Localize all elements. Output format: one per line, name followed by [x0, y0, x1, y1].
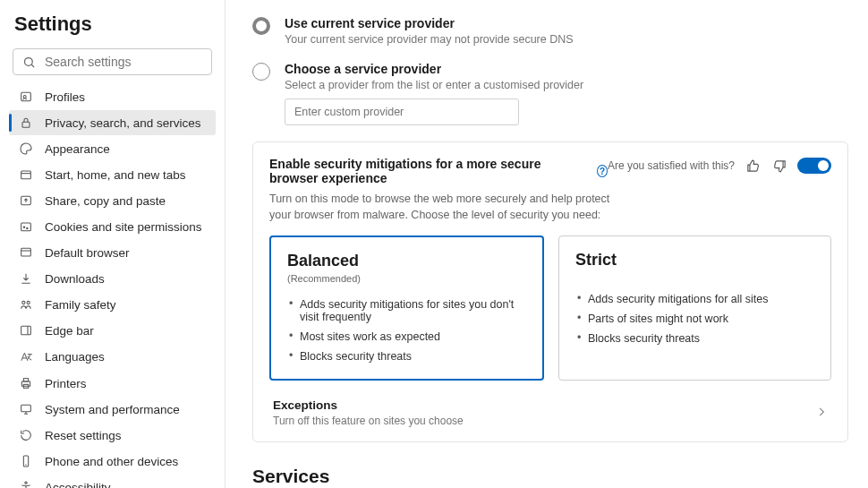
svg-rect-15 — [23, 379, 28, 381]
sidebar-item-start[interactable]: Start, home, and new tabs — [9, 162, 216, 187]
sidebar-nav: Profiles Privacy, search, and services A… — [9, 84, 216, 488]
svg-point-19 — [25, 482, 27, 484]
sidebar-item-label: Accessibility — [45, 481, 111, 489]
exceptions-desc: Turn off this feature on sites you choos… — [273, 415, 464, 427]
dns-opt1-desc: Your current service provider may not pr… — [285, 33, 848, 46]
svg-point-12 — [27, 301, 30, 304]
sidebar-item-label: Default browser — [45, 246, 130, 260]
balanced-bullet: Most sites work as expected — [287, 327, 526, 347]
strict-bullet: Adds security mitigations for all sites — [575, 289, 814, 309]
chevron-right-icon — [815, 406, 828, 421]
sidebar-item-label: Privacy, search, and services — [45, 116, 201, 130]
security-mitigations-card: Are you satisfied with this? Enable secu… — [252, 141, 848, 442]
download-icon — [18, 271, 34, 286]
sidebar-item-edge-bar[interactable]: Edge bar — [9, 318, 216, 343]
mode-balanced-card[interactable]: Balanced (Recommended) Adds security mit… — [269, 235, 544, 381]
settings-sidebar: Settings Profiles Privacy, search, and s… — [0, 0, 226, 488]
phone-icon — [18, 454, 34, 468]
settings-title: Settings — [14, 13, 216, 36]
exceptions-title: Exceptions — [273, 398, 464, 412]
svg-line-1 — [31, 64, 34, 67]
svg-rect-17 — [21, 405, 31, 411]
svg-rect-14 — [21, 381, 30, 386]
svg-rect-13 — [21, 326, 31, 334]
sidebar-item-label: Downloads — [45, 272, 105, 286]
sidebar-item-label: Languages — [45, 350, 105, 364]
sidebar-item-label: Edge bar — [45, 324, 94, 338]
balanced-bullet: Blocks security threats — [287, 347, 526, 366]
thumbs-down-button[interactable] — [770, 157, 788, 175]
dns-opt2-title: Choose a service provider — [285, 62, 848, 76]
mitigations-title: Enable security mitigations for a more s… — [269, 157, 608, 185]
thumbs-up-button[interactable] — [744, 157, 762, 175]
sidebar-item-appearance[interactable]: Appearance — [9, 136, 216, 161]
exceptions-row[interactable]: Exceptions Turn off this feature on site… — [269, 386, 831, 434]
browser-icon — [18, 245, 34, 260]
info-icon[interactable]: ? — [597, 165, 608, 177]
settings-main: Use current service provider Your curren… — [226, 0, 868, 488]
reset-icon — [18, 428, 34, 442]
feedback-row: Are you satisfied with this? — [608, 157, 831, 175]
edgebar-icon — [18, 323, 34, 338]
dns-option-current[interactable]: Use current service provider Your curren… — [252, 16, 848, 46]
dns-opt1-title: Use current service provider — [285, 16, 848, 30]
custom-provider-input[interactable] — [285, 98, 519, 125]
svg-point-9 — [27, 227, 28, 228]
balanced-recommended: (Recommended) — [287, 273, 526, 284]
services-heading: Services — [252, 466, 848, 487]
sidebar-item-share[interactable]: Share, copy and paste — [9, 188, 216, 213]
lock-icon — [18, 116, 34, 130]
search-icon — [22, 56, 36, 69]
svg-point-11 — [22, 301, 25, 304]
languages-icon — [18, 349, 34, 364]
sidebar-item-downloads[interactable]: Downloads — [9, 266, 216, 291]
sidebar-item-cookies[interactable]: Cookies and site permissions — [9, 214, 216, 239]
svg-rect-4 — [22, 122, 30, 127]
sidebar-item-languages[interactable]: Languages — [9, 344, 216, 370]
svg-rect-7 — [21, 223, 31, 231]
sidebar-item-label: Printers — [45, 377, 87, 390]
system-icon — [18, 402, 34, 416]
mitigations-toggle[interactable] — [797, 158, 831, 174]
svg-rect-5 — [21, 171, 31, 179]
dns-opt2-desc: Select a provider from the list or enter… — [285, 79, 848, 91]
strict-bullet: Parts of sites might not work — [575, 309, 814, 329]
printer-icon — [18, 376, 34, 390]
svg-rect-10 — [21, 248, 31, 256]
sidebar-item-label: Share, copy and paste — [45, 194, 166, 208]
sidebar-item-accessibility[interactable]: Accessibility — [9, 475, 216, 488]
sidebar-item-family[interactable]: Family safety — [9, 292, 216, 317]
search-input[interactable] — [45, 55, 202, 69]
sidebar-item-label: System and performance — [45, 403, 180, 416]
balanced-title: Balanced — [287, 252, 526, 270]
radio-icon — [252, 63, 270, 81]
search-settings-field[interactable] — [13, 48, 212, 75]
sidebar-item-privacy[interactable]: Privacy, search, and services — [9, 110, 216, 135]
sidebar-item-default-browser[interactable]: Default browser — [9, 240, 216, 265]
appearance-icon — [18, 141, 34, 156]
sidebar-item-profiles[interactable]: Profiles — [9, 84, 216, 109]
sidebar-item-system[interactable]: System and performance — [9, 397, 216, 422]
mode-strict-card[interactable]: Strict Adds security mitigations for all… — [558, 235, 831, 381]
cookies-icon — [18, 219, 34, 234]
strict-title: Strict — [575, 251, 814, 270]
svg-point-3 — [23, 96, 26, 98]
share-icon — [18, 193, 34, 208]
mitigations-desc: Turn on this mode to browse the web more… — [269, 191, 627, 223]
tabs-icon — [18, 167, 34, 182]
sidebar-item-label: Reset settings — [45, 429, 122, 442]
radio-icon — [252, 17, 270, 35]
accessibility-icon — [18, 480, 34, 488]
profile-icon — [18, 90, 34, 104]
strict-bullet: Blocks security threats — [575, 329, 814, 348]
svg-point-8 — [23, 227, 24, 227]
sidebar-item-label: Profiles — [45, 90, 85, 104]
dns-option-choose[interactable]: Choose a service provider Select a provi… — [252, 62, 848, 125]
sidebar-item-reset[interactable]: Reset settings — [9, 423, 216, 448]
sidebar-item-printers[interactable]: Printers — [9, 371, 216, 396]
sidebar-item-phone[interactable]: Phone and other devices — [9, 449, 216, 474]
balanced-bullet: Adds security mitigations for sites you … — [287, 295, 526, 327]
sidebar-item-label: Phone and other devices — [45, 455, 178, 468]
sidebar-item-label: Start, home, and new tabs — [45, 168, 186, 182]
sidebar-item-label: Appearance — [45, 142, 110, 156]
